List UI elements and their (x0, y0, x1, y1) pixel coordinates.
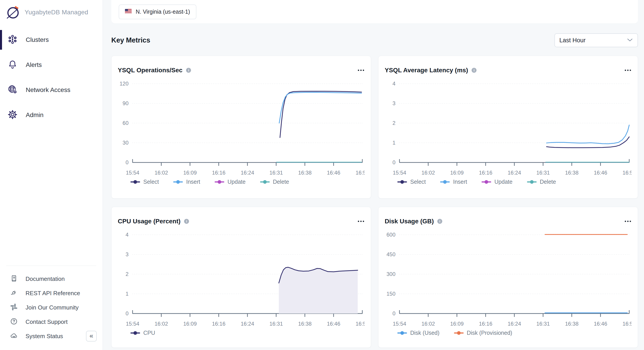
region-chip[interactable]: N. Virginia (us-east-1) (119, 4, 196, 19)
legend-marker-icon (130, 331, 140, 335)
svg-text:i: i (186, 219, 187, 223)
sidebar-footer: Documentation REST API Reference (0, 266, 102, 343)
sidebar-item-network-access[interactable]: Network Access (0, 82, 102, 98)
svg-text:0: 0 (392, 310, 396, 317)
metrics-header: Key Metrics Last Hour (111, 33, 638, 47)
more-menu-icon[interactable] (358, 68, 364, 73)
disk-usage-chart: 015030045060015:5416:0216:0916:1616:2416… (385, 229, 632, 326)
svg-text:4: 4 (392, 80, 396, 87)
svg-text:i: i (439, 219, 440, 223)
svg-text:16:31: 16:31 (270, 170, 283, 175)
divider (6, 266, 96, 266)
info-icon[interactable]: i (437, 218, 443, 224)
info-icon[interactable]: i (471, 67, 477, 73)
legend-item[interactable]: Insert (440, 179, 467, 185)
svg-text:16:54: 16:54 (622, 170, 632, 175)
svg-text:16:16: 16:16 (479, 321, 492, 326)
sidebar-item-alerts[interactable]: Alerts (0, 57, 102, 73)
svg-text:1: 1 (392, 140, 396, 146)
sidebar-item-rest-api-reference[interactable]: REST API Reference (0, 286, 102, 300)
legend-marker-icon (173, 180, 183, 184)
svg-text:16:09: 16:09 (183, 170, 196, 175)
sidebar-item-label: REST API Reference (26, 290, 80, 297)
sidebar-nav: Clusters Alerts (0, 32, 102, 123)
bell-icon (8, 59, 18, 70)
svg-text:16:31: 16:31 (536, 170, 550, 175)
legend-marker-icon (260, 180, 270, 184)
legend-item[interactable]: Update (214, 179, 246, 185)
legend-label: Delete (273, 179, 289, 185)
us-flag-icon (125, 9, 132, 14)
svg-text:16:46: 16:46 (327, 170, 340, 175)
main-content: N. Virginia (us-east-1) Key Metrics Last… (103, 0, 644, 350)
legend-marker-icon (454, 331, 464, 335)
svg-text:16:24: 16:24 (508, 170, 521, 175)
sidebar-item-label: Admin (26, 111, 44, 119)
svg-text:16:24: 16:24 (241, 170, 254, 175)
info-icon[interactable]: i (186, 67, 192, 73)
time-range-select[interactable]: Last Hour (554, 33, 638, 47)
legend-item[interactable]: Disk (Provisioned) (454, 330, 512, 336)
sidebar-item-clusters[interactable]: Clusters (0, 32, 102, 48)
chevron-down-icon (627, 38, 632, 42)
more-menu-icon[interactable] (358, 219, 364, 224)
svg-text:16:02: 16:02 (154, 321, 168, 326)
topbar: N. Virginia (us-east-1) (111, 0, 638, 23)
chart-legend: Disk (Used)Disk (Provisioned) (385, 330, 632, 336)
sidebar-item-join-our-community[interactable]: Join Our Community (0, 300, 102, 315)
svg-text:16:09: 16:09 (450, 321, 464, 326)
chart-legend: CPU (118, 330, 364, 336)
chart-legend: SelectInsertUpdateDelete (118, 179, 364, 185)
ysql-latency-chart: 0123415:5416:0216:0916:1616:2416:3116:38… (385, 78, 632, 175)
legend-marker-icon (214, 180, 224, 184)
legend-item[interactable]: CPU (130, 330, 155, 336)
help-icon (10, 317, 18, 326)
legend-item[interactable]: Insert (173, 179, 200, 185)
sidebar-item-admin[interactable]: Admin (0, 107, 102, 123)
card-title: YSQL Average Latency (ms) (385, 67, 468, 74)
svg-text:16:16: 16:16 (212, 170, 226, 175)
svg-text:16:46: 16:46 (327, 321, 340, 326)
more-menu-icon[interactable] (624, 68, 632, 73)
cloud-status-icon (10, 332, 18, 341)
legend-item[interactable]: Update (482, 179, 512, 185)
sidebar: YugabyteDB Managed Clusters (0, 0, 103, 350)
svg-text:3: 3 (392, 100, 396, 106)
svg-text:16:31: 16:31 (536, 321, 550, 326)
chart-legend: SelectInsertUpdateDelete (385, 179, 632, 185)
legend-label: Disk (Used) (410, 330, 440, 336)
sidebar-item-documentation[interactable]: Documentation (0, 272, 102, 286)
sidebar-collapse-button[interactable]: « (86, 331, 97, 342)
more-menu-icon[interactable] (624, 219, 632, 224)
legend-marker-icon (130, 180, 140, 184)
gear-icon (8, 109, 18, 121)
card-title: CPU Usage (Percent) (118, 218, 180, 225)
card-title: Disk Usage (GB) (385, 218, 434, 225)
legend-item[interactable]: Disk (Used) (397, 330, 440, 336)
region-label: N. Virginia (us-east-1) (136, 8, 190, 15)
brand-row[interactable]: YugabyteDB Managed (0, 0, 102, 20)
slack-icon (10, 303, 18, 312)
svg-text:16:02: 16:02 (422, 170, 435, 175)
legend-item[interactable]: Select (130, 179, 159, 185)
plug-icon (10, 289, 18, 298)
svg-text:16:09: 16:09 (183, 321, 196, 326)
svg-text:16:54: 16:54 (356, 321, 364, 326)
svg-text:600: 600 (386, 232, 396, 238)
legend-item[interactable]: Delete (527, 179, 556, 185)
card-ysql-operations: YSQL Operations/Sec i 030609012015:5416:… (111, 56, 371, 199)
legend-item[interactable]: Select (397, 179, 426, 185)
svg-text:15:54: 15:54 (126, 321, 139, 326)
sidebar-item-label: Contact Support (26, 319, 68, 325)
ysql-operations-chart: 030609012015:5416:0216:0916:1616:2416:31… (118, 78, 364, 175)
sidebar-item-contact-support[interactable]: Contact Support (0, 315, 102, 329)
legend-label: Delete (540, 179, 556, 185)
legend-marker-icon (482, 180, 491, 184)
legend-label: Insert (453, 179, 467, 185)
svg-text:16:02: 16:02 (154, 170, 168, 175)
svg-text:16:46: 16:46 (594, 170, 607, 175)
info-icon[interactable]: i (184, 218, 190, 224)
card-cpu-usage: CPU Usage (Percent) i 0123415:5416:0216:… (111, 207, 371, 348)
legend-item[interactable]: Delete (260, 179, 289, 185)
svg-text:i: i (188, 68, 189, 72)
